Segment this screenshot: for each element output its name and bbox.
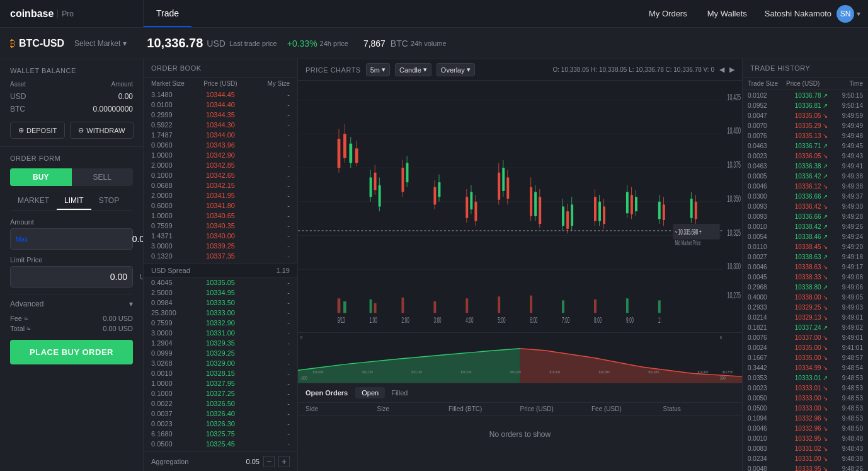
svg-rect-98 — [530, 296, 532, 313]
ob-bid-row[interactable]: 3.026810329.00- — [144, 358, 297, 368]
ob-ask-row[interactable]: 3.148010344.45- — [144, 90, 297, 100]
ob-bid-row[interactable]: 0.099910329.25- — [144, 348, 297, 358]
svg-rect-78 — [631, 195, 633, 214]
overlay-dropdown[interactable]: Overlay ▾ — [437, 63, 475, 76]
svg-text:$10,480: $10,480 — [698, 370, 709, 375]
ob-ask-row[interactable]: 3.000010339.25- — [144, 241, 297, 251]
asset-row-btc: BTC 0.00000000 — [10, 103, 133, 115]
buy-tab[interactable]: BUY — [10, 168, 72, 186]
ticker-pair: BTC-USD — [19, 38, 64, 49]
sell-tab[interactable]: SELL — [72, 168, 134, 186]
ob-ask-row[interactable]: 0.006010343.96- — [144, 140, 297, 150]
ob-bid-row[interactable]: 0.003710326.40- — [144, 409, 297, 419]
interval-dropdown[interactable]: 5m ▾ — [366, 63, 390, 76]
ob-bid-row[interactable]: 0.759910332.90- — [144, 318, 297, 328]
svg-text:10,375: 10,375 — [728, 160, 741, 170]
select-market-btn[interactable]: Select Market ▾ — [74, 39, 127, 48]
limit-price-input[interactable] — [11, 267, 134, 287]
svg-text:5:00: 5:00 — [498, 315, 506, 324]
ob-bid-row[interactable]: 0.404510335.05- — [144, 277, 297, 288]
my-wallets-btn[interactable]: My Wallets — [697, 4, 757, 23]
ob-bid-row[interactable]: 0.098410333.50- — [144, 298, 297, 308]
ob-ask-row[interactable]: 0.759910340.35- — [144, 221, 297, 231]
ob-ask-row[interactable]: 0.592210344.30- — [144, 120, 297, 130]
svg-rect-92 — [370, 299, 372, 313]
chevron-down-icon: ▾ — [467, 66, 471, 74]
ob-ask-row[interactable]: 0.100010342.65- — [144, 170, 297, 180]
chart-fwd-btn[interactable]: ▶ — [729, 66, 734, 74]
oo-tab-open[interactable]: Open — [355, 387, 385, 398]
oo-tab-filled[interactable]: Filled — [385, 387, 414, 398]
ob-asks: 3.148010344.45-0.010010344.40-0.29991034… — [144, 90, 297, 264]
ob-bid-row[interactable]: 3.000010331.00- — [144, 328, 297, 338]
candle-dropdown[interactable]: Candle ▾ — [395, 63, 431, 76]
ob-bid-row[interactable]: 0.002310326.30- — [144, 419, 297, 429]
header-right: My Orders My Wallets Satoshi Nakamoto SN… — [639, 4, 868, 23]
deposit-btn[interactable]: ⊕ DEPOSIT — [10, 122, 65, 139]
limit-tab[interactable]: LIMIT — [57, 192, 91, 210]
btc-icon: ₿ — [10, 38, 15, 49]
my-orders-btn[interactable]: My Orders — [639, 4, 697, 23]
ob-bid-row[interactable]: 1.290410329.35- — [144, 338, 297, 348]
svg-text:$10,230: $10,230 — [461, 370, 472, 375]
ob-ask-row[interactable]: 1.000010342.90- — [144, 150, 297, 160]
chart-back-btn[interactable]: ◀ — [719, 66, 724, 74]
svg-rect-91 — [343, 301, 346, 313]
trade-history-row: 0.000510336.42 ↗9:49:38 — [743, 171, 868, 181]
open-orders-section: Open Orders Open Filled Side Size Filled… — [298, 383, 742, 471]
amount-max-btn[interactable]: Max — [11, 236, 33, 243]
svg-text:300: 300 — [720, 375, 726, 380]
trade-history-row: 0.007610335.13 ↘9:49:48 — [743, 131, 868, 141]
svg-rect-93 — [374, 303, 377, 313]
ob-bid-row[interactable]: 1.000010327.95- — [144, 378, 297, 388]
order-type-tabs: MARKET LIMIT STOP — [10, 192, 133, 211]
withdraw-btn[interactable]: ⊖ WITHDRAW — [70, 122, 133, 139]
trade-history-row: 0.004810333.95 ↘9:48:26 — [743, 463, 868, 471]
advanced-toggle[interactable]: Advanced ▾ — [10, 294, 133, 313]
ob-bid-row[interactable]: 0.050010325.45- — [144, 439, 297, 449]
trade-history-row: 0.109410332.96 ↘9:48:53 — [743, 413, 868, 423]
ob-bid-row[interactable]: 1.000010325.25- — [144, 449, 297, 451]
ob-ask-row[interactable]: 0.132010337.35- — [144, 251, 297, 261]
svg-text:2:00: 2:00 — [402, 315, 410, 324]
ob-bid-row[interactable]: 0.002210326.50- — [144, 398, 297, 409]
asset-name-btc: BTC — [10, 105, 25, 113]
chevron-down-icon: ▾ — [123, 39, 127, 48]
ob-ask-row[interactable]: 0.600010341.80- — [144, 201, 297, 211]
total-row: Total ≈ 0.00 USD — [10, 323, 133, 334]
ob-ask-row[interactable]: 1.000010340.65- — [144, 211, 297, 221]
ob-ask-row[interactable]: 2.000010342.85- — [144, 160, 297, 170]
agg-decrease-btn[interactable]: − — [263, 456, 275, 467]
trade-history-row: 0.002410335.00 ↘9:41:01 — [743, 342, 868, 352]
ob-ask-row[interactable]: 0.010010344.40- — [144, 100, 297, 110]
stop-tab[interactable]: STOP — [91, 192, 127, 210]
user-avatar[interactable]: SN — [837, 5, 854, 23]
ob-ask-row[interactable]: 1.748710344.00- — [144, 130, 297, 140]
oo-header: Open Orders Open Filled — [298, 383, 742, 403]
ob-ask-row[interactable]: 0.068810342.15- — [144, 180, 297, 190]
chevron-down-icon: ▾ — [423, 66, 427, 74]
svg-text:9/13: 9/13 — [338, 315, 345, 324]
trade-history-row: 0.002310336.05 ↘9:49:43 — [743, 151, 868, 161]
ticker-price: 10,336.78 — [147, 36, 203, 50]
trade-history-row: 0.007610337.00 ↘9:49:01 — [743, 332, 868, 342]
wallet-btn-row: ⊕ DEPOSIT ⊖ WITHDRAW — [10, 122, 133, 139]
ob-ask-row[interactable]: 1.437110340.00- — [144, 231, 297, 241]
agg-increase-btn[interactable]: + — [278, 456, 290, 467]
trade-history-row: 0.002310333.01 ↘9:48:53 — [743, 383, 868, 393]
ob-ask-row[interactable]: 0.299910344.35- — [144, 110, 297, 120]
svg-text:6:00: 6:00 — [530, 315, 538, 324]
amount-input[interactable] — [33, 229, 143, 249]
market-tab[interactable]: MARKET — [10, 192, 57, 210]
ob-bid-row[interactable]: 2.500010334.95- — [144, 288, 297, 298]
svg-text:-300: -300 — [300, 375, 307, 380]
ob-bid-row[interactable]: 0.100010327.25- — [144, 388, 297, 398]
trade-history-row: 0.166710335.00 ↘9:48:57 — [743, 352, 868, 363]
place-order-btn[interactable]: PLACE BUY ORDER — [10, 340, 133, 364]
ob-bid-row[interactable]: 0.001010328.15- — [144, 368, 297, 378]
nav-tab-trade[interactable]: Trade — [144, 0, 191, 27]
ob-ask-row[interactable]: 2.000010341.95- — [144, 190, 297, 201]
ob-ask-row[interactable]: 2.414010336.55- — [144, 261, 297, 264]
ob-bid-row[interactable]: 25.300010333.00- — [144, 308, 297, 318]
ob-bid-row[interactable]: 6.168010325.75- — [144, 429, 297, 439]
